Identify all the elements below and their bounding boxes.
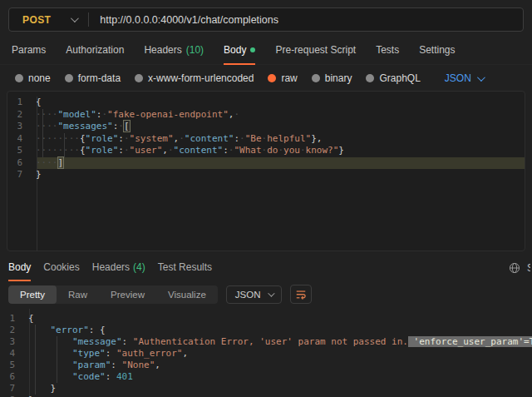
url-input[interactable]: http://0.0.0.0:4000/v1/chat/completions xyxy=(89,14,278,26)
whitespace-dots: ···· xyxy=(36,121,58,132)
line-number: 3 xyxy=(7,121,31,133)
view-mode-raw[interactable]: Raw xyxy=(57,285,99,304)
request-language-selector[interactable]: JSON xyxy=(445,72,483,84)
whitespace-dots: · xyxy=(262,133,268,144)
line-number: 5 xyxy=(7,145,31,157)
line-content: { xyxy=(31,97,42,109)
line-content: ····] xyxy=(31,157,63,170)
line-number: 5 xyxy=(0,360,23,371)
tab-label: Test Results xyxy=(158,261,212,273)
tab-label: Tests xyxy=(376,44,399,56)
body-mode-raw[interactable]: raw xyxy=(268,72,297,84)
body-mode-form-data[interactable]: form-data xyxy=(65,72,121,84)
mode-label: form-data xyxy=(78,72,121,84)
body-mode-none[interactable]: none xyxy=(15,72,51,84)
line-number: 2 xyxy=(0,325,23,336)
tab-count-badge: (10) xyxy=(186,44,204,56)
response-tab-test-results[interactable]: Test Results xyxy=(158,254,212,281)
mode-label: binary xyxy=(325,72,352,84)
request-url-row: POST http://0.0.0.0:4000/v1/chat/complet… xyxy=(0,0,532,38)
whitespace-dots: · xyxy=(262,145,268,156)
line-number: 4 xyxy=(7,133,31,146)
line-content: } xyxy=(31,169,42,181)
line-content: "type": "auth_error", xyxy=(23,348,188,360)
radio-icon xyxy=(366,74,374,82)
line-content: ····"model":·"fake-openai-endpoint",· xyxy=(31,109,239,122)
whitespace-dots: · xyxy=(168,145,174,156)
request-tab-settings[interactable]: Settings xyxy=(419,38,455,65)
request-tab-pre-request-script[interactable]: Pre-request Script xyxy=(275,38,356,65)
response-tab-cookies[interactable]: Cookies xyxy=(43,254,79,281)
url-bar: POST http://0.0.0.0:4000/v1/chat/complet… xyxy=(8,7,524,32)
wrap-lines-icon xyxy=(295,289,307,300)
line-content: ········{"role":·"user",·"content":·"Wha… xyxy=(31,145,344,157)
code-line: 2 "error": { xyxy=(0,325,532,336)
response-tab-body[interactable]: Body xyxy=(8,254,31,281)
request-tab-tests[interactable]: Tests xyxy=(376,38,399,65)
radio-icon xyxy=(135,74,143,82)
method-selector[interactable]: POST xyxy=(9,14,76,26)
request-tab-params[interactable]: Params xyxy=(12,38,46,65)
code-line: 7} xyxy=(7,169,525,181)
response-language-selector[interactable]: JSON xyxy=(226,285,283,304)
line-content: ····"messages":·[ xyxy=(31,121,130,133)
code-line: 3 "message": "Authentication Error, 'use… xyxy=(0,336,532,348)
tab-label: Params xyxy=(12,44,46,56)
body-mode-binary[interactable]: binary xyxy=(312,72,352,84)
chevron-down-icon xyxy=(268,290,275,296)
globe-icon[interactable] xyxy=(509,262,520,274)
code-line: 1{ xyxy=(7,97,525,109)
whitespace-dots: · xyxy=(239,133,245,144)
tab-label: Authorization xyxy=(66,44,124,56)
line-content: "param": "None", xyxy=(23,360,160,371)
method-label: POST xyxy=(9,14,71,26)
code-line: 5 "param": "None", xyxy=(0,360,532,371)
tab-label: Body xyxy=(224,44,246,56)
body-mode-graphql[interactable]: GraphQL xyxy=(366,72,420,84)
request-language-label: JSON xyxy=(445,72,471,84)
response-tabs-right: S xyxy=(509,254,532,281)
wrap-lines-button[interactable] xyxy=(290,285,312,304)
request-tab-body[interactable]: Body xyxy=(224,38,255,65)
line-content: } xyxy=(23,383,56,395)
chevron-down-icon xyxy=(71,14,79,22)
view-mode-preview[interactable]: Preview xyxy=(99,285,156,304)
whitespace-dots: ········ xyxy=(36,133,80,144)
whitespace-dots: · xyxy=(300,145,306,156)
tab-label: Cookies xyxy=(43,261,79,273)
code-line: 6····] xyxy=(7,157,525,170)
request-body-editor[interactable]: 1{2····"model":·"fake-openai-endpoint",·… xyxy=(7,97,525,251)
radio-icon xyxy=(65,74,73,82)
body-mode-row: noneform-datax-www-form-urlencodedrawbin… xyxy=(0,65,532,91)
view-mode-pretty[interactable]: Pretty xyxy=(8,285,57,304)
code-line: 3····"messages":·[ xyxy=(7,121,525,133)
tab-label: Headers xyxy=(144,44,181,56)
tab-label: Headers xyxy=(92,261,130,273)
code-line: 2····"model":·"fake-openai-endpoint",· xyxy=(7,109,525,122)
whitespace-dots: · xyxy=(179,133,185,144)
tab-label: Body xyxy=(8,261,31,273)
request-tab-authorization[interactable]: Authorization xyxy=(66,38,124,65)
line-number: 6 xyxy=(0,371,23,383)
response-toolbar: PrettyRawPreviewVisualize JSON xyxy=(0,281,532,309)
tab-count-badge: (4) xyxy=(133,261,145,273)
response-tab-headers[interactable]: Headers(4) xyxy=(92,254,145,281)
code-line: 4 "type": "auth_error", xyxy=(0,348,532,360)
body-modified-dot xyxy=(250,47,255,52)
view-mode-visualize[interactable]: Visualize xyxy=(156,285,218,304)
line-content: "error": { xyxy=(23,325,106,336)
code-line: 1{ xyxy=(0,313,532,325)
request-tab-headers[interactable]: Headers(10) xyxy=(144,38,204,65)
whitespace-dots: · xyxy=(124,133,130,144)
line-number: 7 xyxy=(7,169,31,181)
response-tabs: BodyCookiesHeaders(4)Test Results S xyxy=(0,254,532,281)
body-mode-radios: noneform-datax-www-form-urlencodedrawbin… xyxy=(15,72,421,84)
mode-label: x-www-form-urlencoded xyxy=(148,72,254,84)
response-tab-list: BodyCookiesHeaders(4)Test Results xyxy=(8,254,212,281)
response-body-viewer[interactable]: 1{2 "error": {3 "message": "Authenticati… xyxy=(0,309,532,397)
whitespace-dots: · xyxy=(278,145,283,156)
mode-label: none xyxy=(28,72,51,84)
mode-label: raw xyxy=(281,72,297,84)
body-mode-x-www-form-urlencoded[interactable]: x-www-form-urlencoded xyxy=(135,72,254,84)
line-number: 4 xyxy=(0,348,23,360)
